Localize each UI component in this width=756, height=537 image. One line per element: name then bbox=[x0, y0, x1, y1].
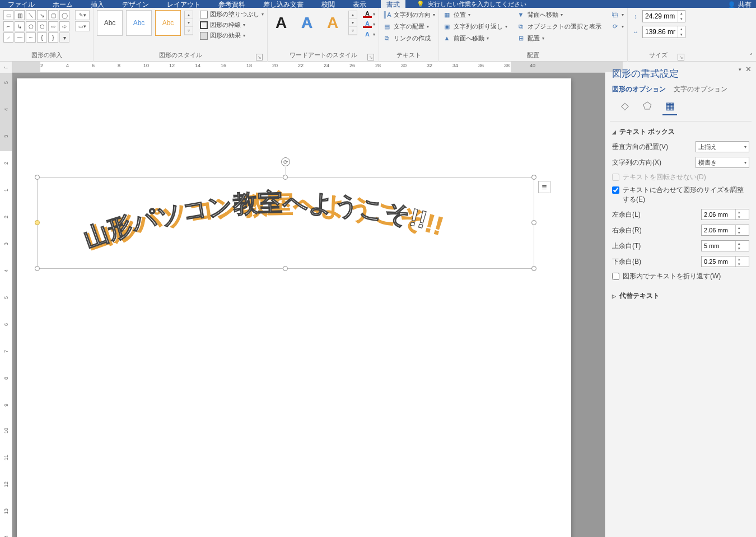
shape-rarrow-icon[interactable]: ⇨ bbox=[48, 21, 58, 31]
shape-styles-launcher[interactable]: ↘ bbox=[256, 54, 263, 60]
shape-outline-button[interactable]: 図形の枠線▾ bbox=[200, 21, 264, 29]
margin-right-input[interactable]: ▴▾ bbox=[701, 225, 749, 236]
wa-scroll-up-icon[interactable]: ▴ bbox=[349, 11, 357, 19]
margin-left-field[interactable] bbox=[702, 211, 735, 218]
margin-left-input[interactable]: ▴▾ bbox=[701, 209, 749, 220]
shape-gallery-more[interactable]: ▾ bbox=[59, 32, 69, 43]
mr-down[interactable]: ▾ bbox=[736, 230, 743, 235]
shape-gallery[interactable]: ▭ ▥ ＼ ↘ ▢ ◯ ⌐ ↳ ⬠ ⬡ ⇨ ➪ ⟋ 〰 ～ { } ▾ bbox=[3, 10, 69, 43]
pane-close-icon[interactable]: ✕ bbox=[745, 65, 752, 73]
scroll-down-icon[interactable]: ▾ bbox=[185, 19, 193, 27]
height-input[interactable]: ▴▾ bbox=[642, 10, 685, 22]
shape-oval-icon[interactable]: ◯ bbox=[59, 10, 69, 20]
shape-style-1[interactable]: Abc bbox=[97, 10, 123, 36]
position-button[interactable]: ▦位置▾ bbox=[442, 10, 507, 19]
text-outline-button[interactable]: A▾ bbox=[363, 20, 375, 28]
wordart-launcher[interactable]: ↘ bbox=[367, 54, 374, 60]
handle-n[interactable] bbox=[283, 175, 288, 180]
textdir-combo[interactable]: 横書き▾ bbox=[696, 157, 749, 168]
shape-hex-icon[interactable]: ⬡ bbox=[37, 21, 47, 31]
shape-arrow-icon[interactable]: ↘ bbox=[37, 10, 47, 20]
handle-nw[interactable] bbox=[35, 175, 40, 180]
width-input[interactable]: ▴▾ bbox=[642, 26, 685, 38]
shape-brace2-icon[interactable]: } bbox=[48, 32, 58, 43]
tab-home[interactable]: ホーム bbox=[49, 0, 76, 8]
pane-tab-text[interactable]: 文字のオプション bbox=[674, 85, 727, 94]
handle-sw[interactable] bbox=[35, 266, 40, 271]
text-wrap-button[interactable]: ▣文字列の折り返し▾ bbox=[442, 22, 507, 31]
mt-up[interactable]: ▴ bbox=[736, 241, 743, 246]
tab-review[interactable]: 校閲 bbox=[318, 0, 338, 8]
size-launcher[interactable]: ↘ bbox=[678, 54, 684, 60]
text-effects-button[interactable]: A▾ bbox=[363, 30, 375, 38]
wrap-text-row[interactable]: 図形内でテキストを折り返す(W) bbox=[612, 272, 749, 281]
wordart-style-2[interactable]: A bbox=[297, 10, 317, 36]
shape-rect-icon[interactable]: ▢ bbox=[48, 10, 58, 20]
height-field[interactable] bbox=[643, 11, 678, 21]
wordart-style-3[interactable]: A bbox=[323, 10, 343, 36]
autofit-row[interactable]: テキストに合わせて図形のサイズを調整する(E) bbox=[612, 185, 749, 204]
pane-icon-effects[interactable]: ⬠ bbox=[640, 101, 655, 115]
page[interactable]: ⟳ ≣ bbox=[17, 78, 571, 537]
rotate-button[interactable]: ⟳▾ bbox=[610, 22, 624, 31]
ruler-corner[interactable]: ⌙ bbox=[0, 62, 12, 73]
wordart-style-1[interactable]: A bbox=[271, 10, 291, 36]
shape-style-scroll[interactable]: ▴ ▾ ▿ bbox=[184, 11, 193, 35]
width-down[interactable]: ▾ bbox=[678, 32, 685, 38]
margin-top-input[interactable]: ▴▾ bbox=[701, 240, 749, 251]
group-button[interactable]: ⿻▾ bbox=[610, 10, 624, 19]
wa-scroll-more-icon[interactable]: ▿ bbox=[349, 27, 357, 35]
layout-options-button[interactable]: ≣ bbox=[538, 181, 550, 193]
wordart-text[interactable]: 山形パソコン教室へようこそ!! 山形パソコン教室へようこそ!! bbox=[38, 182, 534, 262]
width-up[interactable]: ▴ bbox=[678, 26, 685, 32]
margin-bottom-field[interactable] bbox=[702, 258, 735, 265]
pane-menu-icon[interactable]: ▾ bbox=[739, 67, 741, 72]
shape-brace1-icon[interactable]: { bbox=[37, 32, 47, 43]
draw-textbox-dd[interactable]: ▭▾ bbox=[75, 21, 90, 31]
margin-right-field[interactable] bbox=[702, 227, 735, 234]
shape-textbox-icon[interactable]: ▭ bbox=[3, 10, 13, 20]
shape-vtext-icon[interactable]: ▥ bbox=[15, 10, 25, 20]
shape-wave-icon[interactable]: ～ bbox=[26, 32, 36, 43]
wordart-style-scroll[interactable]: ▴ ▾ ▿ bbox=[348, 11, 357, 35]
vertical-ruler[interactable]: 54321234567891011121314 bbox=[0, 73, 12, 537]
tab-format[interactable]: 書式 bbox=[381, 0, 405, 8]
ml-down[interactable]: ▾ bbox=[736, 214, 743, 220]
pane-tab-shape[interactable]: 図形のオプション bbox=[612, 85, 666, 94]
tab-mailings[interactable]: 差し込み文書 bbox=[260, 0, 307, 8]
shape-style-3[interactable]: Abc bbox=[155, 10, 181, 36]
mt-down[interactable]: ▾ bbox=[736, 246, 743, 251]
wa-scroll-down-icon[interactable]: ▾ bbox=[349, 19, 357, 27]
handle-s[interactable] bbox=[283, 266, 288, 271]
selected-textbox[interactable]: ⟳ ≣ bbox=[37, 177, 534, 269]
tell-me-search[interactable]: 💡 実行したい作業を入力してください bbox=[417, 0, 526, 8]
create-link-button[interactable]: ⧉リンクの作成 bbox=[382, 34, 435, 43]
shape-line-icon[interactable]: ＼ bbox=[26, 10, 36, 20]
shape-freeform-icon[interactable]: ⟋ bbox=[3, 32, 13, 43]
height-up[interactable]: ▴ bbox=[678, 11, 685, 16]
wrap-text-checkbox[interactable] bbox=[612, 273, 619, 280]
bring-forward-button[interactable]: ▲前面へ移動▾ bbox=[442, 34, 507, 43]
shape-style-2[interactable]: Abc bbox=[126, 10, 152, 36]
autofit-checkbox[interactable] bbox=[612, 186, 619, 194]
canvas[interactable]: ⟳ ≣ bbox=[12, 73, 605, 537]
text-direction-button[interactable]: ║A文字列の方向▾ bbox=[382, 10, 435, 19]
shape-effects-button[interactable]: 図形の効果▾ bbox=[200, 31, 264, 40]
valign-combo[interactable]: 上揃え▾ bbox=[696, 141, 749, 152]
pane-icon-fill[interactable]: ◇ bbox=[618, 101, 632, 115]
section-alttext-header[interactable]: ▷代替テキスト bbox=[612, 291, 749, 301]
text-fill-button[interactable]: A▾ bbox=[363, 10, 375, 18]
shape-fill-button[interactable]: 図形の塗りつぶし▾ bbox=[200, 10, 264, 18]
rotate-handle[interactable]: ⟳ bbox=[281, 157, 290, 166]
align-button[interactable]: ⊞配置▾ bbox=[516, 34, 601, 43]
mb-up[interactable]: ▴ bbox=[736, 256, 743, 262]
horizontal-ruler[interactable]: 246810121416182022242628303234363840 bbox=[12, 62, 605, 72]
share-button[interactable]: 👤 共有 bbox=[727, 0, 752, 8]
height-down[interactable]: ▾ bbox=[678, 16, 685, 22]
shape-elbowarrow-icon[interactable]: ↳ bbox=[15, 21, 25, 31]
tab-file[interactable]: ファイル bbox=[4, 0, 38, 8]
mr-up[interactable]: ▴ bbox=[736, 225, 743, 230]
shape-curve-icon[interactable]: 〰 bbox=[15, 32, 25, 43]
margin-bottom-input[interactable]: ▴▾ bbox=[701, 256, 749, 267]
width-field[interactable] bbox=[643, 27, 678, 37]
